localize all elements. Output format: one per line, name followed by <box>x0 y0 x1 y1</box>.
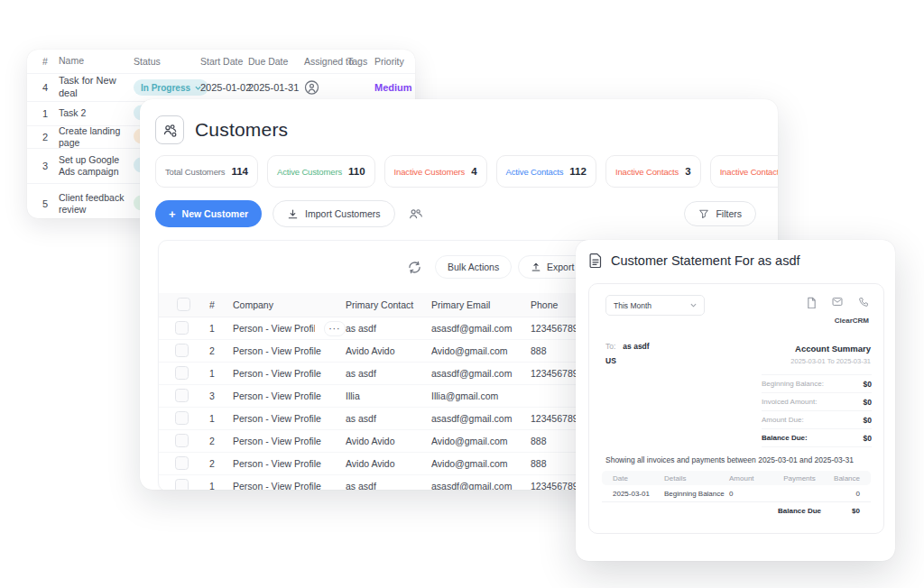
select-all-checkbox[interactable] <box>177 298 190 311</box>
to-label: To: <box>605 342 615 351</box>
cell-email: asasdf@gmail.com <box>431 323 531 334</box>
row-checkbox[interactable] <box>175 411 189 425</box>
stat-label: Inactive Contacts <box>720 167 778 177</box>
col-details: Details <box>664 474 729 482</box>
cell-company[interactable]: Person - View Profile <box>233 323 315 334</box>
cell-company[interactable]: Person - View Profile <box>233 368 321 379</box>
team-button[interactable] <box>406 200 425 227</box>
task-name: Create landing page <box>59 125 133 149</box>
stat-label: Inactive Customers <box>394 167 466 177</box>
email-button[interactable] <box>832 297 843 308</box>
cell-balance: 0 <box>834 490 871 498</box>
col-tags: Tags <box>347 56 367 67</box>
assignee-avatar-icon[interactable] <box>304 80 319 96</box>
account-summary-period: 2025-03-01 To 2025-03-31 <box>790 357 871 365</box>
summary-value: $0 <box>864 434 872 443</box>
ellipsis-icon: ··· <box>328 323 341 334</box>
row-checkbox[interactable] <box>175 479 189 491</box>
brand-label: ClearCRM <box>835 317 869 325</box>
pdf-file-button[interactable] <box>807 297 817 308</box>
task-name: Client feedback review <box>59 191 133 215</box>
stat-chip-active-customers: Active Customers 110 <box>267 155 375 188</box>
summary-row-balance-due: Balance Due: $0 <box>762 429 872 447</box>
customers-icon <box>155 115 184 144</box>
task-name: Task 2 <box>59 107 133 119</box>
cell-contact: Illia <box>346 390 431 401</box>
row-checkbox[interactable] <box>175 366 189 380</box>
task-start-date: 2025-01-02 <box>200 82 251 93</box>
cell-company[interactable]: Person - View Profile <box>233 345 321 356</box>
summary-label: Amount Due: <box>762 416 804 424</box>
task-num: 4 <box>42 82 48 93</box>
col-start-date: Start Date <box>200 56 243 67</box>
col-due-date: Due Date <box>248 56 288 67</box>
cell-company[interactable]: Person - View Profile <box>233 458 321 469</box>
cell-email: asasdf@gmail.com <box>431 481 531 490</box>
period-select[interactable]: This Month <box>605 295 705 316</box>
col-name: Name <box>59 55 133 67</box>
cell-email: Avido@gmail.com <box>431 345 531 356</box>
cell-email: Avido@gmail.com <box>431 436 531 446</box>
cell-email: Illia@gmail.com <box>431 390 531 401</box>
cell-num: 1 <box>202 323 233 334</box>
export-label: Export <box>547 262 574 272</box>
col-payments: Payments <box>765 474 834 482</box>
cell-num: 2 <box>202 458 233 469</box>
cell-num: 1 <box>202 481 233 490</box>
download-icon <box>287 208 299 220</box>
cell-num: 1 <box>202 413 233 424</box>
task-num: 5 <box>42 198 48 209</box>
row-checkbox[interactable] <box>175 321 189 335</box>
status-badge[interactable]: In Progress <box>134 79 208 96</box>
filters-button[interactable]: Filters <box>684 201 756 226</box>
cell-company[interactable]: Person - View Profile <box>233 390 321 401</box>
task-name: Set up Google Ads campaign <box>59 154 133 178</box>
task-due-date: 2025-01-31 <box>248 82 299 93</box>
cell-contact: as asdf <box>346 368 431 379</box>
cell-company[interactable]: Person - View Profile <box>233 481 321 490</box>
summary-label: Invoiced Amount: <box>762 398 817 406</box>
row-checkbox[interactable] <box>175 389 189 402</box>
refresh-button[interactable] <box>408 261 421 274</box>
row-checkbox[interactable] <box>175 434 189 447</box>
task-num: 2 <box>42 132 48 142</box>
stat-chip-inactive-customers: Inactive Customers 4 <box>384 155 487 188</box>
refresh-icon <box>408 261 421 274</box>
priority-dropdown[interactable]: Medium <box>374 82 415 93</box>
summary-value: $0 <box>864 416 872 425</box>
users-icon <box>408 207 423 220</box>
cell-company[interactable]: Person - View Profile <box>233 436 321 446</box>
import-customers-button[interactable]: Import Customers <box>273 200 394 227</box>
statement-table-header: Date Details Amount Payments Balance <box>602 471 871 485</box>
row-menu-button[interactable]: ··· <box>324 321 346 336</box>
summary-value: $0 <box>864 398 872 407</box>
stat-value: 112 <box>569 166 587 177</box>
statement-panel: Customer Statement For as asdf This Mont… <box>576 240 895 561</box>
bulk-actions-button[interactable]: Bulk Actions <box>435 255 512 279</box>
row-checkbox[interactable] <box>175 456 189 470</box>
cell-details: Beginning Balance <box>664 490 729 498</box>
stat-label: Active Customers <box>277 167 342 177</box>
col-primary-email: Primary Email <box>431 299 531 310</box>
stat-value: 110 <box>348 166 365 177</box>
phone-button[interactable] <box>858 297 869 308</box>
stat-label: Inactive Contacts <box>615 167 679 177</box>
new-customer-button[interactable]: + New Customer <box>155 200 262 227</box>
cell-email: Avido@gmail.com <box>431 458 531 469</box>
row-checkbox[interactable] <box>175 344 189 357</box>
stat-value: 4 <box>471 166 476 177</box>
col-primary-contact: Primary Contact <box>346 299 431 310</box>
stat-chip-total-customers: Total Customers 114 <box>155 155 258 188</box>
new-customer-label: New Customer <box>182 208 249 219</box>
filters-label: Filters <box>716 208 742 219</box>
cell-contact: as asdf <box>346 323 431 334</box>
filter-icon <box>698 208 709 219</box>
stat-chip-active-contacts: Active Contacts 112 <box>496 155 596 188</box>
task-row[interactable]: 4 Task for New deal In Progress 2025-01-… <box>27 74 415 102</box>
cell-contact: as asdf <box>346 481 431 490</box>
stat-value: 3 <box>685 166 690 177</box>
col-num: # <box>42 56 48 67</box>
cell-company[interactable]: Person - View Profile <box>233 413 321 424</box>
statement-table: Date Details Amount Payments Balance 202… <box>602 471 871 519</box>
showing-range-text: Showing all invoices and payments betwee… <box>605 455 854 464</box>
